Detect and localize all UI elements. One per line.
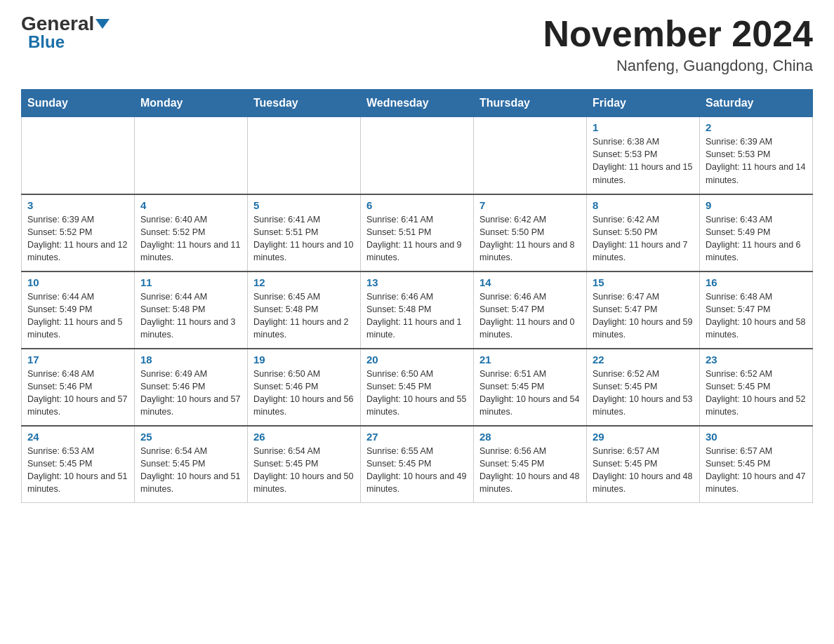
calendar-cell: 3Sunrise: 6:39 AM Sunset: 5:52 PM Daylig…: [22, 194, 135, 271]
calendar-cell: 9Sunrise: 6:43 AM Sunset: 5:49 PM Daylig…: [700, 194, 813, 271]
day-info: Sunrise: 6:38 AM Sunset: 5:53 PM Dayligh…: [593, 135, 694, 187]
calendar-cell: 19Sunrise: 6:50 AM Sunset: 5:46 PM Dayli…: [248, 349, 361, 426]
day-number: 29: [593, 431, 694, 443]
day-number: 16: [706, 276, 807, 288]
day-info: Sunrise: 6:51 AM Sunset: 5:45 PM Dayligh…: [479, 368, 581, 419]
calendar-cell: 11Sunrise: 6:44 AM Sunset: 5:48 PM Dayli…: [135, 271, 248, 349]
day-number: 19: [253, 354, 355, 365]
day-info: Sunrise: 6:54 AM Sunset: 5:45 PM Dayligh…: [253, 445, 355, 496]
calendar-cell: 8Sunrise: 6:42 AM Sunset: 5:50 PM Daylig…: [587, 194, 700, 271]
day-info: Sunrise: 6:42 AM Sunset: 5:50 PM Dayligh…: [593, 213, 694, 264]
location-title: Nanfeng, Guangdong, China: [543, 57, 813, 75]
calendar-cell: 1Sunrise: 6:38 AM Sunset: 5:53 PM Daylig…: [587, 117, 700, 194]
page-header: General Blue November 2024 Nanfeng, Guan…: [21, 14, 813, 75]
day-number: 15: [593, 276, 694, 288]
day-number: 10: [27, 276, 128, 288]
header-thursday: Thursday: [474, 90, 587, 117]
day-number: 12: [253, 276, 355, 288]
day-number: 17: [27, 354, 128, 365]
calendar-cell: 22Sunrise: 6:52 AM Sunset: 5:45 PM Dayli…: [587, 349, 700, 426]
logo-arrow-icon: [95, 19, 110, 29]
day-info: Sunrise: 6:39 AM Sunset: 5:52 PM Dayligh…: [27, 213, 128, 264]
day-number: 21: [479, 354, 581, 365]
day-info: Sunrise: 6:52 AM Sunset: 5:45 PM Dayligh…: [706, 368, 807, 419]
day-info: Sunrise: 6:54 AM Sunset: 5:45 PM Dayligh…: [140, 445, 241, 496]
day-info: Sunrise: 6:46 AM Sunset: 5:47 PM Dayligh…: [479, 290, 581, 342]
calendar-cell: 26Sunrise: 6:54 AM Sunset: 5:45 PM Dayli…: [248, 426, 361, 503]
day-info: Sunrise: 6:41 AM Sunset: 5:51 PM Dayligh…: [253, 213, 355, 264]
day-info: Sunrise: 6:55 AM Sunset: 5:45 PM Dayligh…: [366, 445, 468, 496]
calendar-cell: [248, 117, 361, 194]
day-number: 11: [140, 276, 241, 288]
calendar-cell: 13Sunrise: 6:46 AM Sunset: 5:48 PM Dayli…: [361, 271, 474, 349]
day-info: Sunrise: 6:48 AM Sunset: 5:46 PM Dayligh…: [27, 368, 128, 419]
calendar-cell: 12Sunrise: 6:45 AM Sunset: 5:48 PM Dayli…: [248, 271, 361, 349]
day-number: 6: [366, 199, 468, 211]
calendar-cell: 10Sunrise: 6:44 AM Sunset: 5:49 PM Dayli…: [22, 271, 135, 349]
day-info: Sunrise: 6:47 AM Sunset: 5:47 PM Dayligh…: [593, 290, 694, 342]
day-info: Sunrise: 6:50 AM Sunset: 5:45 PM Dayligh…: [366, 368, 468, 419]
calendar-cell: 25Sunrise: 6:54 AM Sunset: 5:45 PM Dayli…: [135, 426, 248, 503]
day-number: 27: [366, 431, 468, 443]
day-number: 23: [706, 354, 807, 365]
day-number: 30: [706, 431, 807, 443]
calendar-week-row: 3Sunrise: 6:39 AM Sunset: 5:52 PM Daylig…: [22, 194, 813, 271]
day-number: 18: [140, 354, 241, 365]
calendar-cell: 7Sunrise: 6:42 AM Sunset: 5:50 PM Daylig…: [474, 194, 587, 271]
calendar-cell: 2Sunrise: 6:39 AM Sunset: 5:53 PM Daylig…: [700, 117, 813, 194]
day-info: Sunrise: 6:49 AM Sunset: 5:46 PM Dayligh…: [140, 368, 241, 419]
calendar-header-row: SundayMondayTuesdayWednesdayThursdayFrid…: [22, 90, 813, 117]
day-info: Sunrise: 6:50 AM Sunset: 5:46 PM Dayligh…: [253, 368, 355, 419]
day-number: 24: [27, 431, 128, 443]
day-number: 1: [593, 121, 694, 133]
day-number: 4: [140, 199, 241, 211]
day-number: 13: [366, 276, 468, 288]
calendar-table: SundayMondayTuesdayWednesdayThursdayFrid…: [21, 89, 813, 503]
day-info: Sunrise: 6:45 AM Sunset: 5:48 PM Dayligh…: [253, 290, 355, 342]
calendar-cell: [22, 117, 135, 194]
header-sunday: Sunday: [22, 90, 135, 117]
day-info: Sunrise: 6:44 AM Sunset: 5:49 PM Dayligh…: [27, 290, 128, 342]
calendar-cell: 18Sunrise: 6:49 AM Sunset: 5:46 PM Dayli…: [135, 349, 248, 426]
day-info: Sunrise: 6:52 AM Sunset: 5:45 PM Dayligh…: [593, 368, 694, 419]
header-friday: Friday: [587, 90, 700, 117]
day-info: Sunrise: 6:57 AM Sunset: 5:45 PM Dayligh…: [593, 445, 694, 496]
calendar-cell: [135, 117, 248, 194]
calendar-week-row: 17Sunrise: 6:48 AM Sunset: 5:46 PM Dayli…: [22, 349, 813, 426]
calendar-cell: 16Sunrise: 6:48 AM Sunset: 5:47 PM Dayli…: [700, 271, 813, 349]
header-monday: Monday: [135, 90, 248, 117]
day-info: Sunrise: 6:57 AM Sunset: 5:45 PM Dayligh…: [706, 445, 807, 496]
calendar-week-row: 24Sunrise: 6:53 AM Sunset: 5:45 PM Dayli…: [22, 426, 813, 503]
header-wednesday: Wednesday: [361, 90, 474, 117]
day-number: 14: [479, 276, 581, 288]
calendar-cell: 20Sunrise: 6:50 AM Sunset: 5:45 PM Dayli…: [361, 349, 474, 426]
title-area: November 2024 Nanfeng, Guangdong, China: [543, 14, 813, 75]
logo-general-text: General: [21, 14, 94, 34]
calendar-cell: 29Sunrise: 6:57 AM Sunset: 5:45 PM Dayli…: [587, 426, 700, 503]
header-tuesday: Tuesday: [248, 90, 361, 117]
day-number: 3: [27, 199, 128, 211]
calendar-cell: 28Sunrise: 6:56 AM Sunset: 5:45 PM Dayli…: [474, 426, 587, 503]
calendar-cell: 24Sunrise: 6:53 AM Sunset: 5:45 PM Dayli…: [22, 426, 135, 503]
day-info: Sunrise: 6:56 AM Sunset: 5:45 PM Dayligh…: [479, 445, 581, 496]
calendar-cell: 17Sunrise: 6:48 AM Sunset: 5:46 PM Dayli…: [22, 349, 135, 426]
calendar-cell: [474, 117, 587, 194]
calendar-week-row: 1Sunrise: 6:38 AM Sunset: 5:53 PM Daylig…: [22, 117, 813, 194]
day-info: Sunrise: 6:40 AM Sunset: 5:52 PM Dayligh…: [140, 213, 241, 264]
calendar-cell: 6Sunrise: 6:41 AM Sunset: 5:51 PM Daylig…: [361, 194, 474, 271]
calendar-cell: 23Sunrise: 6:52 AM Sunset: 5:45 PM Dayli…: [700, 349, 813, 426]
day-number: 9: [706, 199, 807, 211]
calendar-cell: 5Sunrise: 6:41 AM Sunset: 5:51 PM Daylig…: [248, 194, 361, 271]
calendar-cell: 21Sunrise: 6:51 AM Sunset: 5:45 PM Dayli…: [474, 349, 587, 426]
day-number: 26: [253, 431, 355, 443]
day-number: 2: [706, 121, 807, 133]
day-info: Sunrise: 6:42 AM Sunset: 5:50 PM Dayligh…: [479, 213, 581, 264]
day-number: 22: [593, 354, 694, 365]
day-number: 8: [593, 199, 694, 211]
month-title: November 2024: [543, 14, 813, 54]
day-number: 25: [140, 431, 241, 443]
logo: General Blue: [21, 14, 110, 52]
calendar-cell: 4Sunrise: 6:40 AM Sunset: 5:52 PM Daylig…: [135, 194, 248, 271]
calendar-cell: 14Sunrise: 6:46 AM Sunset: 5:47 PM Dayli…: [474, 271, 587, 349]
day-number: 28: [479, 431, 581, 443]
